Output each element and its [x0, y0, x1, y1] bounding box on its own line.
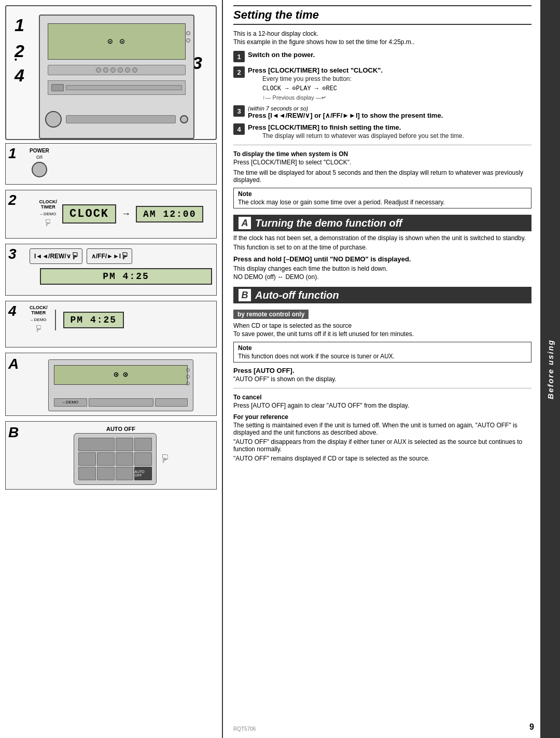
r-btn-wide: [78, 438, 115, 451]
remote-buttons-grid: AUTO OFF: [78, 438, 152, 480]
step1-number: 1: [8, 146, 17, 161]
step-num-1: 1: [15, 16, 24, 35]
reference-text3: "AUTO OFF" remains displayed if CD or ta…: [233, 455, 531, 462]
setting-time-section: Setting the time: [233, 5, 531, 25]
intro-line1: This is a 12-hour display clock.: [233, 30, 531, 37]
section-b-header: B Auto-off function: [233, 287, 531, 303]
step-a-box: A ⊙ ⊙ – DEMO: [5, 353, 217, 416]
step3-box: 3 I◄◄/REW/∨ ☟ ∧/FF/►►I ☟ PM 4:25: [5, 244, 217, 296]
clock-lcd: CLOCK: [62, 204, 116, 224]
step2-number: 2: [8, 193, 17, 207]
step4-row: 4 Press [CLOCK/TIMER] to finish setting …: [233, 123, 531, 140]
am12-lcd: AM 12:00: [136, 206, 203, 222]
demo-label-2: – DEMO: [31, 317, 47, 322]
cd-dot: [132, 67, 137, 73]
demo-label: – DEMO: [40, 212, 56, 216]
clock-timer-btn: CLOCK/TIMER – DEMO ☟: [39, 200, 58, 229]
step4-badge: 4: [233, 123, 245, 135]
page-number: 9: [529, 722, 534, 732]
step1-title: Switch on the power.: [248, 51, 315, 59]
auto-off-sub: "AUTO OFF" is shown on the display.: [233, 375, 531, 383]
arrow-icon: →: [121, 208, 131, 219]
divider-1: [233, 145, 531, 145]
rew-button: I◄◄/REW/∨ ☟: [30, 248, 82, 264]
tape-bar: [66, 85, 182, 90]
step2-sub: Every time you press the button:: [262, 75, 531, 82]
side-dots-a: [186, 368, 190, 385]
note-box-2: Note This function does not work if the …: [233, 342, 531, 363]
prev-display: ↑— Previous display —↵: [262, 94, 531, 101]
step2-content: Press [CLOCK/TIMER] to select "CLOCK". E…: [248, 66, 531, 101]
sidebar-label-text: Before using: [546, 339, 555, 399]
dot-a2: [186, 375, 190, 379]
catalog-number: RQT5706: [233, 726, 256, 732]
to-display-heading: To display the time when system is ON: [233, 150, 531, 158]
note-box-1: Note The clock may lose or gain some tim…: [233, 188, 531, 208]
button-row-rew-ff: I◄◄/REW/∨ ☟ ∧/FF/►►I ☟: [30, 248, 212, 264]
step1-content: POWER O/I: [10, 148, 212, 177]
dot: [186, 38, 190, 43]
note-text: The clock may lose or gain some time ove…: [238, 199, 445, 206]
cd-dot: [103, 67, 108, 73]
remote-control: AUTO OFF: [74, 433, 157, 485]
setting-time-title: Setting the time: [233, 8, 531, 25]
device-a-screen: ⊙ ⊙: [54, 365, 188, 385]
device-a-sketch: ⊙ ⊙ – DEMO: [48, 359, 193, 411]
btn-3: [155, 398, 188, 407]
note-label: Note: [238, 190, 527, 198]
step-b-content: AUTO OFF AUTO: [10, 426, 212, 485]
section-b-letter: B: [239, 289, 251, 301]
to-cancel-heading: To cancel: [233, 394, 531, 401]
note-text-2: This function does not work if the sourc…: [238, 353, 395, 360]
ff-label: ∧/FF/►►I: [91, 253, 121, 260]
r-btn: [116, 452, 133, 466]
step1-row: 1 Switch on the power.: [233, 51, 531, 62]
step2-display-area: CLOCK/TIMER – DEMO ☟ CLOCK → AM 12:00: [10, 194, 212, 234]
step4-box: 4 CLOCK/TIMER – DEMO ☟ PM 4:25: [5, 301, 217, 347]
intro-line2: This example in the figure shows how to …: [233, 38, 531, 46]
clock-sequence: CLOCK → ⊙PLAY → ⊙REC: [262, 85, 531, 92]
device-illustration-top: 1 2 • 4 3 ⊙ ⊙: [5, 5, 217, 140]
right-panel: Setting the time This is a 12-hour displ…: [223, 0, 560, 738]
step-b-number: B: [8, 424, 19, 441]
clock-timer-label-2: CLOCK/TIMER: [30, 305, 48, 316]
section-a-header: A Turning the demo function off: [233, 215, 531, 231]
knob-small: [180, 115, 188, 123]
r-btn: [116, 467, 133, 480]
dot-a1: [186, 368, 190, 372]
ff-button: ∧/FF/►►I ☟: [87, 248, 132, 264]
step3-content: (within 7 seconds or so) Press [I◄◄/REW/…: [248, 105, 531, 119]
to-cancel-text: Press [AUTO OFF] again to clear "AUTO OF…: [233, 402, 531, 409]
device-a-buttons: – DEMO: [54, 398, 188, 407]
cd-slot: [48, 65, 186, 75]
by-remote-badge: by remote control only: [233, 310, 309, 319]
power-btn-circle: [32, 162, 47, 177]
step4-content: CLOCK/TIMER – DEMO ☟ PM 4:25: [10, 305, 212, 335]
auto-off-label: AUTO OFF: [106, 426, 135, 432]
power-label: POWER: [30, 148, 49, 154]
step1-content: Switch on the power.: [248, 51, 531, 59]
section-a-intro2: This function is set to on at the time o…: [233, 244, 531, 251]
device-screen: ⊙ ⊙: [48, 23, 186, 60]
step2-row: 2 Press [CLOCK/TIMER] to select "CLOCK".…: [233, 66, 531, 101]
cd-dot: [118, 67, 123, 73]
before-using-sidebar: Before using: [540, 0, 560, 738]
speaker-grille: [66, 115, 176, 123]
device-display-text: ⊙ ⊙: [108, 36, 126, 47]
step-dot: •: [15, 55, 17, 64]
for-reference-heading: For your reference: [233, 413, 531, 421]
to-display-text: Press [CLOCK/TIMER] to select "CLOCK".: [233, 159, 531, 166]
rew-label: I◄◄/REW/∨: [34, 253, 71, 260]
cd-dot: [96, 67, 101, 73]
step3-content: I◄◄/REW/∨ ☟ ∧/FF/►►I ☟ PM 4:25: [10, 248, 212, 285]
tape-reel: [51, 84, 64, 91]
step-b-box: B AUTO OFF: [5, 421, 217, 490]
step4-sub: The display will return to whatever was …: [262, 132, 531, 140]
power-button-area: POWER O/I: [30, 148, 49, 177]
remote-area: AUTO OFF ☟: [74, 433, 169, 485]
r-btn: [97, 452, 115, 466]
knob-1: [45, 111, 62, 128]
section-b-intro2: To save power, the unit turns off if it …: [233, 330, 531, 338]
divider-2: [233, 388, 531, 388]
r-btn: [97, 467, 115, 480]
